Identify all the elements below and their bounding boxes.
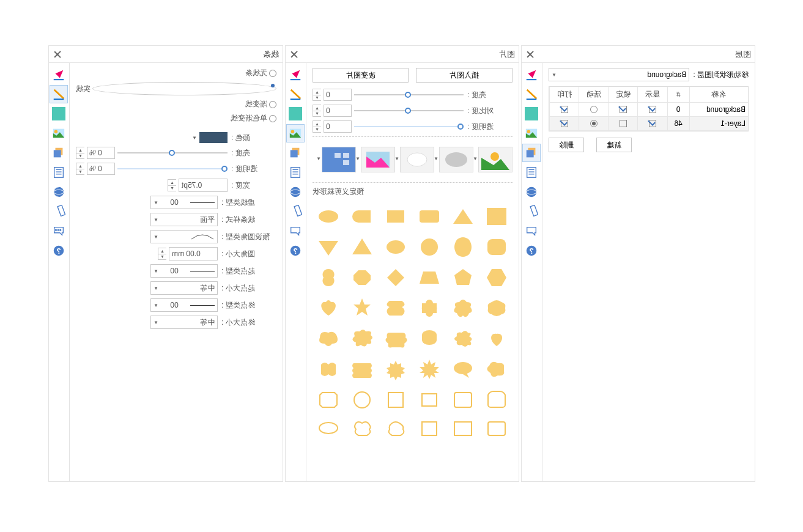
clip-shape[interactable] <box>414 386 445 413</box>
clip-shape[interactable] <box>448 325 479 352</box>
clip-shape[interactable] <box>481 203 513 230</box>
clip-shape[interactable] <box>313 295 344 322</box>
ruler-tab-icon[interactable] <box>50 202 68 221</box>
clip-shape[interactable] <box>380 417 411 444</box>
clip-shape[interactable] <box>346 295 377 322</box>
lock-checkbox[interactable] <box>620 106 627 113</box>
clip-shape[interactable] <box>481 234 513 260</box>
new-layer-button[interactable]: 新建 <box>596 138 632 152</box>
img-opacity-slider[interactable] <box>354 122 464 131</box>
clip-shape[interactable] <box>346 325 377 352</box>
clip-shape[interactable] <box>380 325 411 352</box>
close-icon[interactable] <box>525 50 535 59</box>
opacity-slider[interactable] <box>117 164 228 173</box>
clip-shape[interactable] <box>380 264 411 291</box>
delete-layer-button[interactable]: 删除 <box>549 138 584 152</box>
clip-shape[interactable] <box>448 264 479 291</box>
img-brightness-slider[interactable] <box>354 91 464 99</box>
layer-tab-icon[interactable] <box>50 144 68 162</box>
filter-thumb[interactable]: ▼ <box>361 147 395 172</box>
clip-shape[interactable] <box>414 264 445 291</box>
clip-shape[interactable] <box>448 203 479 230</box>
clip-shape[interactable] <box>414 356 445 383</box>
close-icon[interactable] <box>289 50 299 59</box>
clip-shape[interactable] <box>448 356 479 383</box>
text-tab-icon[interactable] <box>287 163 305 182</box>
filter-thumb[interactable]: ▼ <box>439 147 473 172</box>
ruler-tab-icon[interactable] <box>523 202 541 221</box>
clip-shape[interactable] <box>448 386 479 413</box>
print-checkbox[interactable] <box>561 106 568 113</box>
filter-thumb[interactable]: ▼ <box>322 147 356 172</box>
layer-tab-icon[interactable] <box>523 144 541 162</box>
clip-shape[interactable] <box>448 295 479 322</box>
comment-tab-icon[interactable] <box>523 222 541 240</box>
comment-tab-icon[interactable] <box>50 222 68 240</box>
corner-size-input[interactable]: 0.00 mm <box>169 247 218 260</box>
clip-shape[interactable] <box>448 234 479 260</box>
line-tab-icon[interactable] <box>50 85 68 103</box>
show-checkbox[interactable] <box>649 106 656 113</box>
radio-mono-gradient-line[interactable] <box>269 115 276 122</box>
clip-shape[interactable] <box>346 356 377 383</box>
clip-shape[interactable] <box>414 295 445 322</box>
ruler-tab-icon[interactable] <box>287 202 305 221</box>
clip-shape[interactable] <box>380 356 411 383</box>
close-icon[interactable] <box>53 50 62 59</box>
radio-gradient-line[interactable] <box>269 101 276 108</box>
shadow-tab-icon[interactable] <box>287 105 305 123</box>
globe-tab-icon[interactable] <box>523 183 541 201</box>
layer-tab-icon[interactable] <box>287 144 305 162</box>
clip-shape[interactable] <box>346 264 377 291</box>
clip-shape[interactable] <box>481 417 513 444</box>
print-checkbox[interactable] <box>561 120 568 127</box>
text-tab-icon[interactable] <box>50 163 68 182</box>
clip-shape[interactable] <box>481 264 513 291</box>
filter-thumb[interactable]: ▼ <box>478 147 513 172</box>
clip-shape[interactable] <box>313 203 344 230</box>
comment-tab-icon[interactable] <box>287 222 305 240</box>
line-tab-icon[interactable] <box>287 85 305 103</box>
clip-shape[interactable] <box>481 295 513 322</box>
clip-shape[interactable] <box>346 417 377 444</box>
help-tab-icon[interactable]: ? <box>287 242 305 260</box>
change-image-button[interactable]: 改变图片 <box>313 68 409 83</box>
globe-tab-icon[interactable] <box>50 183 68 201</box>
start-size-select[interactable]: 中等▼ <box>150 281 218 295</box>
globe-tab-icon[interactable] <box>287 183 305 201</box>
clip-shape[interactable] <box>313 234 344 260</box>
active-radio[interactable] <box>590 120 598 127</box>
image-tab-icon[interactable] <box>50 124 68 142</box>
clip-shape[interactable] <box>380 234 411 260</box>
clip-shape[interactable] <box>313 325 344 352</box>
clip-shape[interactable] <box>313 386 344 413</box>
clip-shape[interactable] <box>346 234 377 260</box>
dash-select[interactable]: 00▼ <box>150 196 218 209</box>
clip-shape[interactable] <box>414 417 445 444</box>
clip-shape[interactable] <box>481 386 513 413</box>
lock-checkbox[interactable] <box>620 120 627 127</box>
brightness-slider[interactable] <box>117 149 228 157</box>
clip-shape[interactable] <box>313 264 344 291</box>
clip-shape[interactable] <box>414 325 445 352</box>
style-select[interactable]: 平面▼ <box>150 213 218 226</box>
spin-buttons[interactable]: ▲▼ <box>76 147 84 159</box>
image-tab-icon[interactable] <box>287 124 305 142</box>
brightness-value[interactable]: 0 % <box>87 147 115 159</box>
clip-shape[interactable] <box>380 295 411 322</box>
clip-shape[interactable] <box>414 234 445 260</box>
image-tab-icon[interactable] <box>523 124 541 142</box>
fill-tab-icon[interactable] <box>523 65 541 84</box>
clip-shape[interactable] <box>380 203 411 230</box>
filter-thumb[interactable]: ▼ <box>400 147 434 172</box>
fill-tab-icon[interactable] <box>287 65 305 84</box>
clip-shape[interactable] <box>448 417 479 444</box>
opacity-value[interactable]: 0 % <box>87 163 115 175</box>
shadow-tab-icon[interactable] <box>50 105 68 123</box>
end-type-select[interactable]: 00▼ <box>150 298 218 312</box>
radio-no-line[interactable] <box>269 70 276 77</box>
shadow-tab-icon[interactable] <box>523 105 541 123</box>
clip-shape[interactable] <box>414 203 445 230</box>
end-size-select[interactable]: 中等▼ <box>150 316 218 329</box>
clip-shape[interactable] <box>346 386 377 413</box>
